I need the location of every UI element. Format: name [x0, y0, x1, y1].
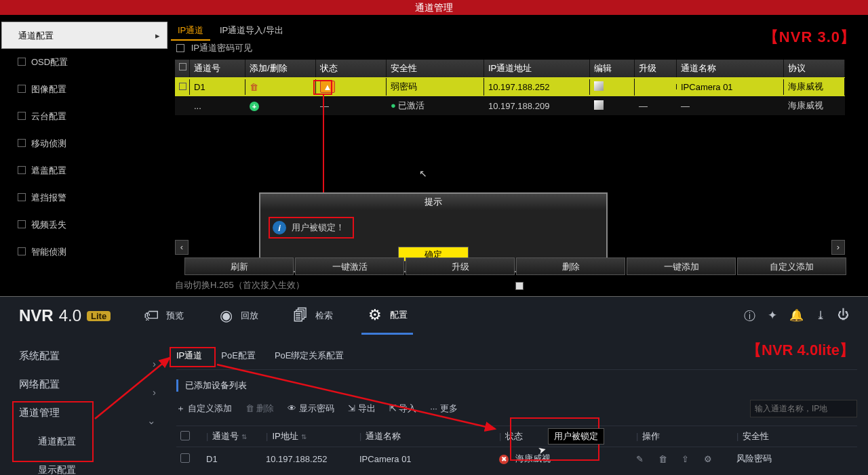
tab-ip-import-export[interactable]: IP通道导入/导出 — [213, 22, 290, 39]
one-key-activate-button[interactable]: 一键激活 — [295, 257, 404, 275]
import-button[interactable]: ⇱ 导入 — [389, 402, 417, 415]
sidebar-item-image[interactable]: 图像配置 — [1, 76, 167, 103]
table-row[interactable]: ... + — ● 已激活 10.197.188.209 — — 海康威视 — [175, 96, 845, 115]
header-ops[interactable]: 操作 — [642, 431, 660, 441]
export-button[interactable]: ⇲ 导出 — [348, 402, 376, 415]
nav-playback[interactable]: ◉回放 — [212, 297, 264, 335]
plus-icon[interactable]: + — [250, 102, 259, 111]
cell-ip: 10.197.188.209 — [484, 98, 590, 114]
warning-icon[interactable]: ▲ — [320, 81, 335, 93]
sidebar-item-channel-config[interactable]: 通道配置 — [1, 22, 167, 49]
delete-button[interactable]: 删除 — [516, 257, 625, 275]
custom-add-button[interactable]: 自定义添加 — [737, 257, 846, 275]
search-input[interactable] — [755, 404, 856, 413]
refresh-button[interactable]: 刷新 — [184, 257, 294, 275]
header-add-del: 添加/删除 — [245, 60, 316, 77]
sidebar-nvr3: 通道配置 OSD配置 图像配置 云台配置 移动侦测 遮盖配置 遮挡报警 视频丢失… — [1, 22, 167, 266]
preview-icon: 🏷 — [143, 308, 159, 324]
nav-search[interactable]: 🗐检索 — [287, 297, 338, 335]
brand-logo: NVR 4.0 Lite — [19, 306, 111, 325]
bell-icon[interactable]: 🔔 — [789, 308, 804, 324]
table-header: |通道号⇅ |IP地址⇅ |通道名称 |状态 视) |操作 |安全性 — [176, 426, 857, 447]
cell-status: 海康威视 — [515, 453, 551, 463]
sidebar-item-label: 移动侦测 — [31, 138, 66, 148]
table-row[interactable]: D1 🗑 ▲ 弱密码 10.197.188.252 IPCamera 01 海康… — [175, 77, 845, 96]
sort-icon[interactable]: ⇅ — [241, 433, 247, 440]
info-icon[interactable]: ⓘ — [744, 308, 755, 324]
sidebar-item-display[interactable]: 显示配置 — [19, 455, 170, 475]
nav-preview[interactable]: 🏷预览 — [138, 297, 189, 335]
subtab-ip-channel[interactable]: IP通道 — [176, 350, 202, 362]
tab-ip-channel[interactable]: IP通道 — [171, 22, 210, 41]
table-row[interactable]: D1 10.197.188.252 IPCamera 01 ✖海康威视 ✎ 🗑 … — [176, 447, 857, 470]
sidebar-item-osd[interactable]: OSD配置 — [1, 49, 167, 76]
sidebar-item-channel-mgmt[interactable]: 通道管理⌄ — [19, 398, 170, 427]
cell-channel: ... — [190, 98, 245, 114]
sidebar-item-video-loss[interactable]: 视频丢失 — [1, 211, 167, 239]
header-name: 通道名称 — [677, 60, 784, 77]
sidebar-item-motion[interactable]: 移动侦测 — [1, 130, 167, 157]
trash-icon[interactable]: 🗑 — [658, 454, 667, 464]
sidebar-item-label: OSD配置 — [31, 57, 68, 67]
subtab-poe-binding[interactable]: PoE绑定关系配置 — [275, 350, 344, 362]
dialog-message: 用户被锁定！ — [292, 222, 344, 234]
upgrade-button[interactable]: 升级 — [406, 257, 515, 275]
cell-security: 已激活 — [398, 100, 425, 110]
header-ip[interactable]: IP地址 — [272, 431, 298, 441]
checkbox-icon[interactable] — [180, 453, 190, 463]
scroll-right-button[interactable]: › — [831, 240, 845, 255]
sidebar-item-system[interactable]: 系统配置› — [19, 342, 170, 370]
gear-icon[interactable]: ⚙ — [704, 454, 712, 464]
edit-icon[interactable] — [594, 81, 604, 91]
checkbox-icon[interactable] — [176, 44, 184, 52]
cell-channel: D1 — [190, 79, 245, 95]
checkbox-icon[interactable] — [515, 282, 524, 290]
info-icon: i — [273, 221, 286, 234]
edit-icon[interactable]: ✎ — [636, 454, 644, 464]
show-password-button[interactable]: 👁 显示密码 — [288, 402, 334, 415]
power-icon[interactable]: ⏻ — [837, 308, 849, 324]
window-title: 通道管理 — [0, 0, 868, 15]
sidebar-item-tamper[interactable]: 遮挡报警 — [1, 184, 167, 211]
custom-add-button[interactable]: ＋ 自定义添加 — [176, 402, 232, 415]
error-icon: ✖ — [499, 455, 509, 464]
sidebar-item-smart[interactable]: 智能侦测 — [1, 239, 167, 266]
sidebar-item-channel-config[interactable]: 通道配置 — [19, 427, 170, 455]
scroll-left-button[interactable]: ‹ — [175, 240, 189, 255]
header-edit: 编辑 — [590, 60, 635, 77]
brand-version: 4.0 — [59, 306, 81, 325]
gear-icon: ⚙ — [367, 307, 383, 323]
header-status[interactable]: 状态 — [505, 431, 523, 441]
tabs: IP通道 IP通道导入/导出 — [171, 22, 290, 39]
sidebar-item-cover[interactable]: 遮盖配置 — [1, 157, 167, 184]
device-table: |通道号⇅ |IP地址⇅ |通道名称 |状态 视) |操作 |安全性 D1 10… — [176, 426, 857, 470]
header-channel: 通道号 — [190, 60, 245, 77]
header-security[interactable]: 安全性 — [743, 431, 769, 441]
more-button[interactable]: ··· 更多 — [430, 402, 457, 415]
checkbox-icon[interactable] — [179, 63, 186, 70]
grid-icon[interactable]: ✦ — [768, 308, 777, 324]
sidebar-item-label: 智能侦测 — [31, 247, 66, 257]
checkbox-icon[interactable] — [179, 83, 186, 90]
square-icon — [18, 58, 26, 66]
sidebar-item-label: 图像配置 — [31, 84, 66, 94]
one-key-add-button[interactable]: 一键添加 — [627, 257, 736, 275]
cell-protocol: 海康威视 — [784, 78, 845, 96]
trash-icon[interactable]: 🗑 — [250, 82, 258, 92]
download-icon[interactable]: ⤓ — [816, 308, 825, 324]
cell-name: — — [677, 98, 784, 114]
square-icon — [18, 220, 26, 228]
edit-icon[interactable] — [594, 100, 604, 110]
sort-icon[interactable]: ⇅ — [301, 433, 307, 440]
delete-button[interactable]: 🗑 删除 — [245, 402, 275, 415]
sidebar-item-ptz[interactable]: 云台配置 — [1, 103, 167, 130]
nav-config[interactable]: ⚙配置 — [361, 297, 413, 335]
header-name[interactable]: 通道名称 — [366, 431, 401, 441]
subtab-poe-config[interactable]: PoE配置 — [221, 350, 256, 362]
header-channel[interactable]: 通道号 — [212, 431, 239, 441]
sidebar-item-network[interactable]: 网络配置› — [19, 370, 170, 398]
up-icon[interactable]: ⇧ — [682, 454, 689, 464]
eye-off-icon: 👁 — [288, 403, 296, 413]
dialog-message-box: i 用户被锁定！ — [269, 217, 354, 239]
checkbox-icon[interactable] — [180, 431, 190, 440]
